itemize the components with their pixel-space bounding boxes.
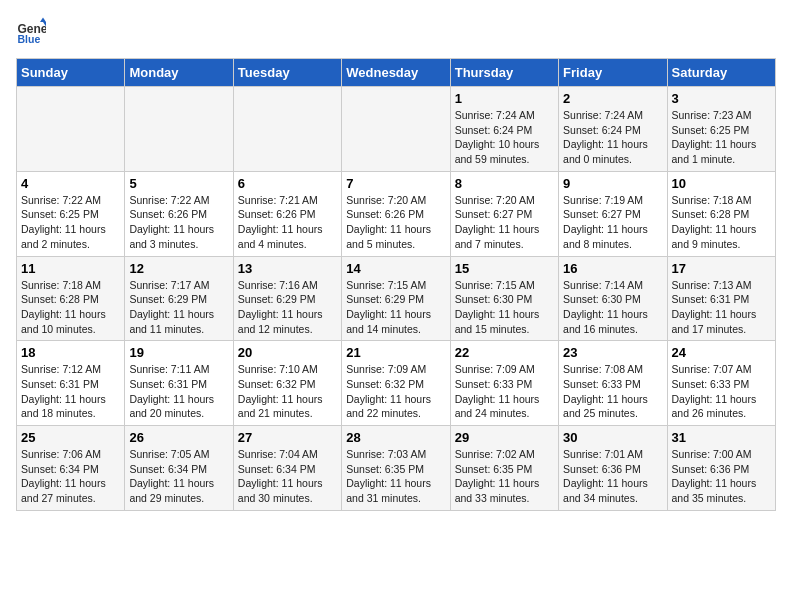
- day-cell: 3Sunrise: 7:23 AMSunset: 6:25 PMDaylight…: [667, 87, 775, 172]
- day-number: 29: [455, 430, 554, 445]
- day-cell: 14Sunrise: 7:15 AMSunset: 6:29 PMDayligh…: [342, 256, 450, 341]
- day-number: 1: [455, 91, 554, 106]
- day-number: 26: [129, 430, 228, 445]
- day-number: 17: [672, 261, 771, 276]
- day-info: Sunrise: 7:05 AMSunset: 6:34 PMDaylight:…: [129, 447, 228, 506]
- day-number: 12: [129, 261, 228, 276]
- header-cell-sunday: Sunday: [17, 59, 125, 87]
- day-info: Sunrise: 7:21 AMSunset: 6:26 PMDaylight:…: [238, 193, 337, 252]
- day-cell: 19Sunrise: 7:11 AMSunset: 6:31 PMDayligh…: [125, 341, 233, 426]
- day-cell: 16Sunrise: 7:14 AMSunset: 6:30 PMDayligh…: [559, 256, 667, 341]
- week-row-4: 25Sunrise: 7:06 AMSunset: 6:34 PMDayligh…: [17, 426, 776, 511]
- day-info: Sunrise: 7:20 AMSunset: 6:27 PMDaylight:…: [455, 193, 554, 252]
- day-info: Sunrise: 7:13 AMSunset: 6:31 PMDaylight:…: [672, 278, 771, 337]
- day-number: 20: [238, 345, 337, 360]
- day-number: 6: [238, 176, 337, 191]
- day-cell: 15Sunrise: 7:15 AMSunset: 6:30 PMDayligh…: [450, 256, 558, 341]
- day-info: Sunrise: 7:24 AMSunset: 6:24 PMDaylight:…: [455, 108, 554, 167]
- week-row-2: 11Sunrise: 7:18 AMSunset: 6:28 PMDayligh…: [17, 256, 776, 341]
- day-cell: [233, 87, 341, 172]
- calendar-table: SundayMondayTuesdayWednesdayThursdayFrid…: [16, 58, 776, 511]
- day-cell: 6Sunrise: 7:21 AMSunset: 6:26 PMDaylight…: [233, 171, 341, 256]
- logo-icon: General Blue: [16, 16, 46, 46]
- day-cell: 11Sunrise: 7:18 AMSunset: 6:28 PMDayligh…: [17, 256, 125, 341]
- header-cell-tuesday: Tuesday: [233, 59, 341, 87]
- day-info: Sunrise: 7:09 AMSunset: 6:33 PMDaylight:…: [455, 362, 554, 421]
- svg-marker-2: [40, 18, 46, 23]
- day-cell: 22Sunrise: 7:09 AMSunset: 6:33 PMDayligh…: [450, 341, 558, 426]
- day-info: Sunrise: 7:22 AMSunset: 6:26 PMDaylight:…: [129, 193, 228, 252]
- day-cell: 23Sunrise: 7:08 AMSunset: 6:33 PMDayligh…: [559, 341, 667, 426]
- day-info: Sunrise: 7:07 AMSunset: 6:33 PMDaylight:…: [672, 362, 771, 421]
- day-info: Sunrise: 7:14 AMSunset: 6:30 PMDaylight:…: [563, 278, 662, 337]
- day-cell: 4Sunrise: 7:22 AMSunset: 6:25 PMDaylight…: [17, 171, 125, 256]
- day-cell: 26Sunrise: 7:05 AMSunset: 6:34 PMDayligh…: [125, 426, 233, 511]
- day-info: Sunrise: 7:18 AMSunset: 6:28 PMDaylight:…: [21, 278, 120, 337]
- day-info: Sunrise: 7:18 AMSunset: 6:28 PMDaylight:…: [672, 193, 771, 252]
- day-info: Sunrise: 7:19 AMSunset: 6:27 PMDaylight:…: [563, 193, 662, 252]
- day-cell: 20Sunrise: 7:10 AMSunset: 6:32 PMDayligh…: [233, 341, 341, 426]
- day-number: 2: [563, 91, 662, 106]
- day-info: Sunrise: 7:02 AMSunset: 6:35 PMDaylight:…: [455, 447, 554, 506]
- day-info: Sunrise: 7:08 AMSunset: 6:33 PMDaylight:…: [563, 362, 662, 421]
- day-number: 14: [346, 261, 445, 276]
- day-cell: 18Sunrise: 7:12 AMSunset: 6:31 PMDayligh…: [17, 341, 125, 426]
- day-info: Sunrise: 7:03 AMSunset: 6:35 PMDaylight:…: [346, 447, 445, 506]
- svg-text:Blue: Blue: [18, 33, 41, 45]
- day-cell: 10Sunrise: 7:18 AMSunset: 6:28 PMDayligh…: [667, 171, 775, 256]
- day-cell: [342, 87, 450, 172]
- day-number: 24: [672, 345, 771, 360]
- day-number: 13: [238, 261, 337, 276]
- day-number: 9: [563, 176, 662, 191]
- week-row-1: 4Sunrise: 7:22 AMSunset: 6:25 PMDaylight…: [17, 171, 776, 256]
- day-cell: 21Sunrise: 7:09 AMSunset: 6:32 PMDayligh…: [342, 341, 450, 426]
- day-cell: 7Sunrise: 7:20 AMSunset: 6:26 PMDaylight…: [342, 171, 450, 256]
- day-info: Sunrise: 7:20 AMSunset: 6:26 PMDaylight:…: [346, 193, 445, 252]
- day-info: Sunrise: 7:06 AMSunset: 6:34 PMDaylight:…: [21, 447, 120, 506]
- day-cell: [125, 87, 233, 172]
- day-number: 4: [21, 176, 120, 191]
- day-cell: 31Sunrise: 7:00 AMSunset: 6:36 PMDayligh…: [667, 426, 775, 511]
- day-cell: 28Sunrise: 7:03 AMSunset: 6:35 PMDayligh…: [342, 426, 450, 511]
- logo: General Blue: [16, 16, 50, 46]
- day-cell: 13Sunrise: 7:16 AMSunset: 6:29 PMDayligh…: [233, 256, 341, 341]
- day-info: Sunrise: 7:22 AMSunset: 6:25 PMDaylight:…: [21, 193, 120, 252]
- day-info: Sunrise: 7:09 AMSunset: 6:32 PMDaylight:…: [346, 362, 445, 421]
- day-number: 3: [672, 91, 771, 106]
- day-info: Sunrise: 7:15 AMSunset: 6:29 PMDaylight:…: [346, 278, 445, 337]
- day-number: 8: [455, 176, 554, 191]
- day-info: Sunrise: 7:00 AMSunset: 6:36 PMDaylight:…: [672, 447, 771, 506]
- day-number: 5: [129, 176, 228, 191]
- day-info: Sunrise: 7:15 AMSunset: 6:30 PMDaylight:…: [455, 278, 554, 337]
- day-cell: 1Sunrise: 7:24 AMSunset: 6:24 PMDaylight…: [450, 87, 558, 172]
- week-row-0: 1Sunrise: 7:24 AMSunset: 6:24 PMDaylight…: [17, 87, 776, 172]
- day-cell: [17, 87, 125, 172]
- day-cell: 25Sunrise: 7:06 AMSunset: 6:34 PMDayligh…: [17, 426, 125, 511]
- header-cell-saturday: Saturday: [667, 59, 775, 87]
- day-number: 22: [455, 345, 554, 360]
- day-info: Sunrise: 7:24 AMSunset: 6:24 PMDaylight:…: [563, 108, 662, 167]
- header-row: SundayMondayTuesdayWednesdayThursdayFrid…: [17, 59, 776, 87]
- week-row-3: 18Sunrise: 7:12 AMSunset: 6:31 PMDayligh…: [17, 341, 776, 426]
- day-number: 25: [21, 430, 120, 445]
- day-cell: 12Sunrise: 7:17 AMSunset: 6:29 PMDayligh…: [125, 256, 233, 341]
- day-cell: 17Sunrise: 7:13 AMSunset: 6:31 PMDayligh…: [667, 256, 775, 341]
- day-info: Sunrise: 7:12 AMSunset: 6:31 PMDaylight:…: [21, 362, 120, 421]
- day-cell: 29Sunrise: 7:02 AMSunset: 6:35 PMDayligh…: [450, 426, 558, 511]
- day-number: 11: [21, 261, 120, 276]
- day-number: 16: [563, 261, 662, 276]
- day-number: 31: [672, 430, 771, 445]
- day-number: 27: [238, 430, 337, 445]
- day-number: 30: [563, 430, 662, 445]
- day-number: 23: [563, 345, 662, 360]
- header-cell-monday: Monday: [125, 59, 233, 87]
- day-number: 15: [455, 261, 554, 276]
- day-number: 19: [129, 345, 228, 360]
- day-number: 28: [346, 430, 445, 445]
- day-cell: 30Sunrise: 7:01 AMSunset: 6:36 PMDayligh…: [559, 426, 667, 511]
- day-info: Sunrise: 7:11 AMSunset: 6:31 PMDaylight:…: [129, 362, 228, 421]
- day-info: Sunrise: 7:17 AMSunset: 6:29 PMDaylight:…: [129, 278, 228, 337]
- header-cell-friday: Friday: [559, 59, 667, 87]
- day-info: Sunrise: 7:16 AMSunset: 6:29 PMDaylight:…: [238, 278, 337, 337]
- day-number: 21: [346, 345, 445, 360]
